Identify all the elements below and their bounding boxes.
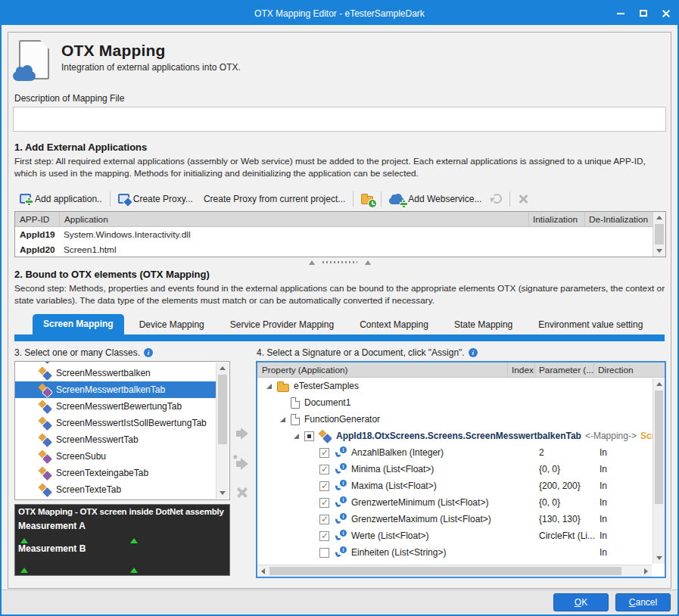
parameter-cell: CircleFkt (Li...	[539, 527, 598, 544]
scroll-up-icon[interactable]	[653, 378, 665, 390]
class-list-item[interactable]: ScreenTexteingabeTab	[15, 465, 216, 481]
class-list-item[interactable]: ScreenMesswertbalken	[15, 365, 216, 381]
scroll-up-icon[interactable]	[216, 362, 229, 374]
tree-node-document[interactable]: Document1	[257, 394, 665, 411]
cancel-button[interactable]: Cancel	[615, 593, 671, 611]
expander-icon[interactable]	[294, 434, 299, 439]
class-icon	[319, 430, 332, 442]
scrollbar-thumb[interactable]	[269, 567, 621, 575]
refresh-webservice-button[interactable]	[487, 191, 507, 207]
splitter-handle[interactable]	[13, 257, 666, 267]
tab-environment-value-setting[interactable]: Environment value setting	[531, 316, 650, 334]
property-row[interactable]: Einheiten (List<String>) In	[257, 544, 665, 561]
create-proxy-from-project-button[interactable]: Create Proxy from current project...	[198, 191, 350, 207]
scroll-left-icon[interactable]	[257, 565, 269, 577]
class-icon	[39, 434, 51, 446]
maximize-button[interactable]	[632, 2, 655, 25]
close-button[interactable]	[655, 2, 677, 25]
add-webservice-button[interactable]: Add Webservice...	[384, 191, 487, 207]
signature-heading: 4. Select a Signature or a Document, cli…	[257, 347, 465, 358]
ok-button[interactable]: OK	[553, 593, 609, 611]
property-checkbox[interactable]	[319, 465, 329, 474]
info-icon[interactable]	[144, 348, 153, 357]
property-row[interactable]: GrenzwerteMinimum (List<Float>) {0, 0} I…	[257, 494, 665, 511]
class-list-item[interactable]: ScreenMesswertIstSollBewertungTab	[15, 415, 216, 431]
property-row[interactable]: GrenzwerteMaximum (List<Float>) {130, 13…	[257, 511, 665, 527]
tree-vertical-scrollbar[interactable]	[653, 378, 665, 564]
class-list-item[interactable]: ScreenMesswertTab	[15, 431, 216, 448]
property-checkbox[interactable]	[319, 498, 329, 508]
column-header-direction[interactable]: Direction	[593, 362, 652, 377]
property-checkbox[interactable]	[319, 548, 329, 558]
tree-node-document[interactable]: FunctionGenerator	[257, 411, 665, 428]
class-icon	[39, 484, 51, 496]
class-icon	[39, 467, 51, 479]
class-list-item[interactable]: ScreenMesswertBewertungTab	[15, 398, 216, 415]
class-list-item[interactable]: ScreenSubu	[15, 448, 216, 465]
property-checkbox[interactable]	[319, 531, 329, 541]
document-icon	[291, 414, 300, 425]
table-row[interactable]: AppId20 Screen1.html	[15, 242, 665, 257]
parameter-cell: {0, 0}	[539, 461, 598, 478]
section1-text: First step: All required external applic…	[14, 155, 666, 179]
class-icon	[39, 384, 51, 396]
description-input[interactable]	[13, 107, 666, 132]
column-header-initialization[interactable]: Intialization	[528, 212, 584, 226]
expander-icon[interactable]	[266, 384, 272, 389]
class-list-item[interactable]: ScreenTexteTab	[15, 481, 216, 498]
property-checkbox[interactable]	[319, 515, 329, 524]
property-row[interactable]: AnzahlBalken (Integer) 2 In	[257, 444, 665, 461]
property-checkbox[interactable]	[319, 481, 329, 491]
column-header-app-id[interactable]: APP-ID	[15, 214, 59, 225]
table-row[interactable]: AppId19 System.Windows.Interactivity.dll	[15, 227, 665, 242]
tab-service-provider-mapping[interactable]: Service Provider Mapping	[223, 316, 341, 334]
column-header-application[interactable]: Application	[59, 212, 528, 226]
property-row[interactable]: Maxima (List<Float>) {200, 200} In	[257, 478, 665, 494]
direction-cell: In	[600, 494, 645, 511]
create-proxy-icon	[118, 194, 129, 204]
tree-horizontal-scrollbar[interactable]	[257, 565, 652, 577]
tab-device-mapping[interactable]: Device Mapping	[132, 316, 212, 334]
expander-icon[interactable]	[280, 417, 285, 422]
column-header-de-initialization[interactable]: De-Intialization	[584, 212, 653, 226]
property-row[interactable]: Werte (List<Float>) CircleFkt (Li... In	[257, 527, 665, 544]
scroll-right-icon[interactable]	[640, 565, 652, 577]
scroll-down-icon[interactable]	[653, 552, 665, 564]
table-vertical-scrollbar[interactable]	[653, 212, 665, 257]
class-list-scrollbar[interactable]	[216, 362, 229, 499]
preview-title: OTX Mapping - OTX screen inside DotNet a…	[18, 507, 226, 516]
toolbar-separator	[353, 191, 354, 207]
tab-state-mapping[interactable]: State Mapping	[447, 316, 520, 334]
scroll-up-icon[interactable]	[653, 212, 665, 223]
property-row[interactable]: Minima (List<Float>) {0, 0} In	[257, 461, 665, 478]
minimize-button[interactable]	[609, 2, 632, 25]
open-recent-button[interactable]	[356, 190, 378, 207]
add-application-icon	[20, 194, 31, 204]
remove-x-icon	[236, 487, 248, 499]
tree-node-folder[interactable]: eTesterSamples	[257, 378, 665, 394]
assign-arrow-button[interactable]	[236, 428, 248, 440]
classes-heading: 3. Select one or many Classes.	[14, 347, 140, 358]
column-header-index[interactable]: Index	[507, 362, 534, 377]
scroll-down-icon[interactable]	[653, 245, 665, 257]
tab-context-mapping[interactable]: Context Mapping	[352, 316, 436, 334]
property-checkbox[interactable]	[319, 448, 329, 458]
column-header-parameter[interactable]: Parameter (...	[534, 362, 593, 377]
info-icon[interactable]	[469, 348, 478, 357]
class-list-item[interactable]: ScreenXYDiagramm	[15, 498, 216, 500]
scroll-down-icon[interactable]	[216, 487, 229, 499]
direction-cell: In	[600, 527, 645, 544]
scrollbar-thumb[interactable]	[218, 375, 227, 444]
add-application-button[interactable]: Add application..	[14, 191, 107, 207]
remove-mapping-button[interactable]	[236, 487, 248, 499]
tree-node-class-mapping[interactable]: AppId18.OtxScreens.Screens.ScreenMesswer…	[257, 428, 665, 444]
tab-screen-mapping[interactable]: Screen Mapping	[33, 314, 124, 334]
scrollbar-thumb[interactable]	[655, 224, 664, 244]
class-checkbox[interactable]	[304, 431, 314, 441]
delete-application-button[interactable]	[512, 191, 534, 207]
scrollbar-thumb[interactable]	[655, 390, 663, 504]
assign-with-options-button[interactable]: *	[236, 458, 248, 470]
class-list-item-selected[interactable]: ScreenMesswertbalkenTab	[15, 381, 216, 398]
create-proxy-button[interactable]: Create Proxy...	[113, 191, 198, 207]
column-header-property[interactable]: Property (Application)	[257, 365, 507, 375]
